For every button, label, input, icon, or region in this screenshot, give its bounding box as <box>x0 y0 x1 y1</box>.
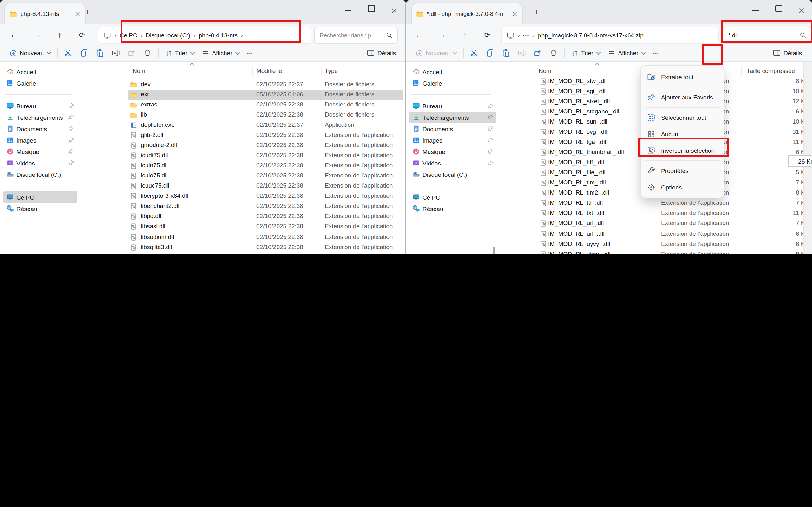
tab-zip-search[interactable]: *.dll - php_imagick-3.7.0-8.4-n <box>412 3 522 24</box>
column-header-name[interactable]: Nom <box>539 67 551 74</box>
menu-item-invert-selection[interactable]: Inverser la sélection <box>641 142 724 158</box>
sidebar-item-bureau[interactable]: Bureau <box>3 100 88 112</box>
minimize-button[interactable] <box>345 6 353 14</box>
pane-scrollbar-thumb[interactable] <box>493 247 495 253</box>
menu-item-add-to-favorites[interactable]: Ajouter aux Favoris <box>641 89 724 105</box>
maximize-button[interactable] <box>368 5 375 12</box>
sidebar-item-documents[interactable]: Documents <box>3 123 88 134</box>
cut-button[interactable] <box>466 46 482 60</box>
sidebar-item-t-l-chargements[interactable]: Téléchargements <box>409 112 507 123</box>
file-row[interactable]: IM_MOD_RL_ttf_.dllExtension de l’applica… <box>537 199 803 209</box>
breadcrumb-segment[interactable]: Ce PC <box>117 32 140 39</box>
sort-button[interactable]: Trier <box>567 46 604 60</box>
details-pane-button[interactable]: Détails <box>363 46 400 60</box>
file-row[interactable]: libcrypto-3-x64.dll02/10/2025 22:38Exten… <box>128 192 403 202</box>
sidebar-item-galerie[interactable]: Galerie <box>3 77 88 89</box>
close-button[interactable] <box>798 8 804 14</box>
breadcrumb[interactable]: ›•••›php_imagick-3.7.0-8.4-nts-vs17-x64.… <box>502 27 718 43</box>
forward-button[interactable]: → <box>29 28 44 42</box>
sidebar-item-ce-pc[interactable]: Ce PC <box>3 191 88 203</box>
sidebar-item-documents[interactable]: Documents <box>409 123 507 134</box>
file-row[interactable]: libpq.dll02/10/2025 22:38Extension de l’… <box>128 212 403 222</box>
forward-button[interactable]: → <box>435 28 450 42</box>
file-row[interactable]: IM_MOD_RL_vicar_.dllExtension de l’appli… <box>537 249 803 253</box>
copy-button[interactable] <box>482 46 498 60</box>
rename-button[interactable]: A <box>108 46 124 60</box>
sidebar-item-galerie[interactable]: Galerie <box>409 77 507 89</box>
file-row[interactable]: libenchant2.dll02/10/2025 22:38Extension… <box>128 202 403 212</box>
menu-item-extract-all[interactable]: Extraire tout <box>641 68 724 85</box>
column-header-size[interactable]: Taille compressée <box>747 67 795 74</box>
file-row[interactable]: libsodium.dll02/10/2025 22:38Extension d… <box>128 232 403 242</box>
more-options-button[interactable]: ⋯ <box>243 46 258 60</box>
more-options-button[interactable]: ⋯ <box>649 46 664 60</box>
sidebar-item-accueil[interactable]: Accueil <box>409 66 507 77</box>
sidebar-item-disque-local-c-[interactable]: Disque local (C:) <box>3 169 88 180</box>
search-input[interactable]: Rechercher dans : p <box>315 27 397 43</box>
paste-button[interactable] <box>92 46 108 60</box>
back-button[interactable]: ← <box>412 28 427 42</box>
up-button[interactable]: ↑ <box>52 28 67 42</box>
file-row[interactable]: dev02/10/2025 22:37Dossier de fichiers <box>128 80 403 90</box>
file-row[interactable]: libsqlite3.dll02/10/2025 22:38Extension … <box>128 242 403 252</box>
delete-button[interactable] <box>546 46 561 60</box>
file-row[interactable]: extras02/10/2025 22:38Dossier de fichier… <box>128 100 403 110</box>
file-row[interactable]: IM_MOD_RL_url_.dllExtension de l’applica… <box>537 229 803 239</box>
view-button[interactable]: Afficher <box>198 46 243 60</box>
breadcrumb-collapsed-button[interactable]: ••• <box>520 33 532 38</box>
file-row[interactable]: icuio75.dll02/10/2025 22:38Extension de … <box>128 171 403 181</box>
tab-close-icon[interactable] <box>512 11 517 16</box>
sidebar-item-bureau[interactable]: Bureau <box>409 100 507 112</box>
file-row[interactable]: IM_MOD_RL_uyvy_.dllExtension de l’applic… <box>537 239 803 249</box>
file-row[interactable]: deplister.exe02/10/2025 22:37Application <box>128 120 403 130</box>
menu-item-select-none[interactable]: Aucun <box>641 125 724 142</box>
sidebar-item-ce-pc[interactable]: Ce PC <box>409 191 507 203</box>
file-row[interactable]: glib-2.dll02/10/2025 22:38Extension de l… <box>128 130 403 141</box>
breadcrumb-segment[interactable]: Disque local (C:) <box>143 32 193 39</box>
maximize-button[interactable] <box>775 5 782 12</box>
sidebar-item-musique[interactable]: Musique <box>409 146 507 157</box>
sidebar-item-musique[interactable]: Musique <box>3 146 88 157</box>
sidebar-item-t-l-chargements[interactable]: Téléchargements <box>3 112 88 123</box>
back-button[interactable]: ← <box>6 28 21 42</box>
menu-item-select-all[interactable]: Sélectionner tout <box>641 109 724 125</box>
refresh-button[interactable]: ⟳ <box>74 28 90 42</box>
up-button[interactable]: ↑ <box>457 28 473 42</box>
file-row[interactable]: IM_MOD_RL_uil_.dllExtension de l’applica… <box>537 219 803 229</box>
file-row[interactable]: gmodule-2.dll02/10/2025 22:38Extension d… <box>128 141 403 151</box>
tab-php-folder[interactable]: php-8.4.13-nts <box>5 3 85 24</box>
sidebar-item-disque-local-c-[interactable]: Disque local (C:) <box>409 169 507 180</box>
column-header-name[interactable]: Nom <box>133 67 145 74</box>
minimize-button[interactable] <box>752 6 760 14</box>
file-row[interactable]: icudt75.dll02/10/2025 22:38Extension de … <box>128 151 403 161</box>
new-button[interactable]: Nouveau <box>6 46 55 60</box>
sidebar-item-r-seau[interactable]: Réseau <box>409 203 507 214</box>
breadcrumb[interactable]: ›Ce PC›Disque local (C:)›php-8.4.13-nts› <box>98 27 311 43</box>
new-tab-button[interactable]: + <box>83 8 93 18</box>
breadcrumb-segment-zip[interactable]: php_imagick-3.7.0-8.4-nts-vs17-x64.zip <box>536 32 646 39</box>
rename-button[interactable]: A <box>514 46 530 60</box>
sidebar-item-images[interactable]: Images <box>3 134 88 146</box>
column-header-modified[interactable]: Modifié le <box>256 67 282 74</box>
file-row[interactable]: icuuc75.dll02/10/2025 22:38Extension de … <box>128 181 403 192</box>
sort-button[interactable]: Trier <box>161 46 198 60</box>
share-button[interactable] <box>530 46 546 60</box>
sidebar-item-vid-os[interactable]: Vidéos <box>409 157 507 169</box>
close-button[interactable] <box>391 8 397 14</box>
file-row[interactable]: ext05/10/2025 01:06Dossier de fichiers <box>128 90 403 100</box>
search-input[interactable]: *.dll <box>723 27 811 43</box>
sidebar-item-r-seau[interactable]: Réseau <box>3 203 88 214</box>
refresh-button[interactable]: ⟳ <box>479 28 495 42</box>
menu-item-options[interactable]: Options <box>641 179 724 195</box>
details-pane-button[interactable]: Détails <box>769 46 806 60</box>
breadcrumb-segment[interactable]: php-8.4.13-nts <box>196 32 240 39</box>
paste-button[interactable] <box>498 46 514 60</box>
column-header-type[interactable]: Type <box>325 67 338 74</box>
menu-item-properties[interactable]: Propriétés <box>641 162 724 179</box>
share-button[interactable] <box>124 46 140 60</box>
sidebar-item-vid-os[interactable]: Vidéos <box>3 157 88 169</box>
sidebar-item-images[interactable]: Images <box>409 134 507 146</box>
sidebar-item-accueil[interactable]: Accueil <box>3 66 88 77</box>
file-row[interactable]: IM_MOD_RL_txt_.dllExtension de l’applica… <box>537 209 803 219</box>
copy-button[interactable] <box>76 46 92 60</box>
